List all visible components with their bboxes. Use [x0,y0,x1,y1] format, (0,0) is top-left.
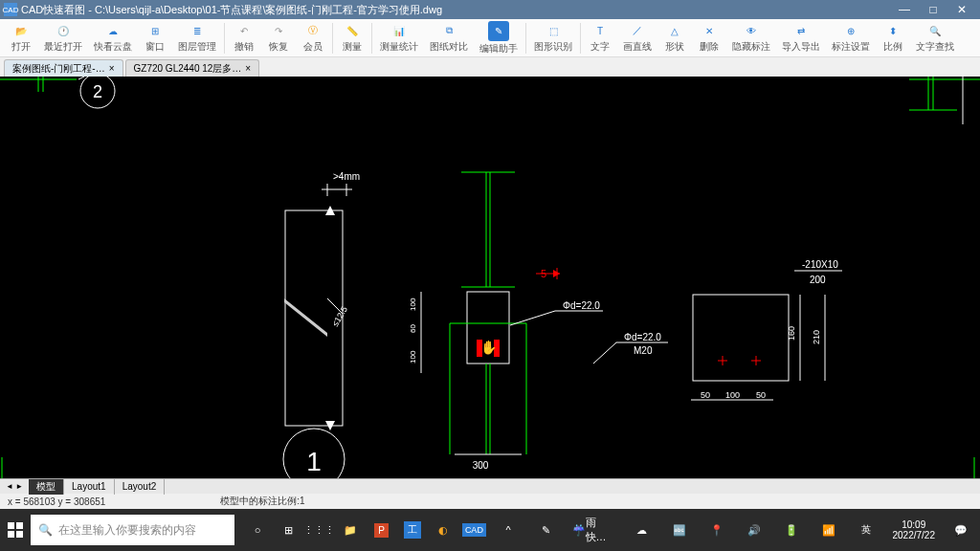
tool-label: 文字 [590,40,610,54]
close-button[interactable]: ✕ [947,0,976,19]
tool-delete[interactable]: ✕删除 [692,19,726,57]
app2-icon[interactable]: ◐ [428,509,458,551]
main-toolbar: 📂打开🕐最近打开☁快看云盘⊞窗口≣图层管理↶撤销↷恢复Ⓥ会员📏测量📊测量统计⧉图… [0,19,980,57]
tool-import[interactable]: ⇄导入导出 [776,19,826,57]
tab-close-icon[interactable]: × [109,63,115,74]
svg-line-48 [510,311,555,325]
tool-compare[interactable]: ⧉图纸对比 [424,19,474,57]
tool-cloud[interactable]: ☁快看云盘 [88,19,138,57]
document-tabs: 案例图纸-门刚工程-…×GZ720 GL2440 12层多… × [0,57,980,77]
document-tab[interactable]: 案例图纸-门刚工程-…× [4,59,123,77]
svg-text:300: 300 [473,460,489,471]
compare-icon: ⧉ [440,22,457,39]
ruler-icon: 📏 [344,22,361,39]
layout-tab-Layout1[interactable]: Layout1 [64,479,115,495]
app-icon: CAD [4,3,17,16]
svg-text:Φd=22.0: Φd=22.0 [563,300,600,311]
svg-rect-71 [8,522,14,529]
tool-label: 恢复 [269,40,288,54]
drawing-canvas[interactable]: 2 >4mm ≤12.5 1 [0,77,980,478]
svg-text:60: 60 [409,324,417,333]
tool-text[interactable]: T文字 [583,19,617,57]
tray-up-icon[interactable]: ^ [490,509,527,551]
wifi-icon[interactable]: 📶 [810,509,847,551]
weather-widget[interactable]: ☔ 雨快… [565,516,624,544]
lang-icon[interactable]: 英 [847,509,884,551]
clock-icon: 🕐 [55,22,72,39]
tool-label: 文字查找 [916,40,954,54]
svg-text:>4mm: >4mm [333,171,360,182]
tool-hide[interactable]: 👁隐藏标注 [726,19,776,57]
hide-icon: 👁 [743,22,760,39]
svg-marker-17 [284,298,327,337]
svg-text:Φd=22.0: Φd=22.0 [624,332,661,342]
cad-app-icon[interactable]: CAD [458,509,489,551]
ime-icon[interactable]: 🔤 [660,509,698,551]
tool-clock[interactable]: 🕐最近打开 [38,19,88,57]
shape-icon: △ [666,22,683,39]
layout-tab-Layout2[interactable]: Layout2 [115,479,166,495]
start-button[interactable] [0,509,31,551]
onedrive-icon[interactable]: ☁ [623,509,660,551]
window-controls: — □ ✕ [890,0,976,19]
tool-label: 图层管理 [178,40,216,54]
document-tab[interactable]: GZ720 GL2440 12层多… × [125,59,260,77]
tool-label: 图纸对比 [430,40,468,54]
tool-window[interactable]: ⊞窗口 [138,19,172,57]
annotation-scale: 模型中的标注比例:1 [220,495,304,508]
search-placeholder: 在这里输入你要搜索的内容 [58,522,196,539]
maximize-button[interactable]: □ [919,0,947,19]
pen-icon[interactable]: ✎ [527,509,565,551]
volume-icon[interactable]: 🔊 [735,509,772,551]
tool-redo[interactable]: ↷恢复 [261,19,296,57]
tool-vip[interactable]: Ⓥ会员 [296,19,330,57]
explorer-icon[interactable]: 📁 [335,509,366,551]
tool-layers[interactable]: ≣图层管理 [172,19,222,57]
tool-shape[interactable]: △形状 [657,19,692,57]
svg-text:100: 100 [409,298,417,311]
cortana-icon[interactable]: ○ [242,509,273,551]
tool-label: 最近打开 [44,40,82,54]
notification-icon[interactable]: 💬 [943,509,980,551]
task-view-icon[interactable]: ⊞ [273,509,303,551]
tool-undo[interactable]: ↶撤销 [227,19,261,57]
redo-icon: ↷ [270,22,287,39]
tool-scale[interactable]: ⬍比例 [876,19,910,57]
svg-text:100: 100 [725,390,740,400]
layout-tabs: ◄ ►模型Layout1Layout2 [0,478,980,494]
annotation-icon: ⊕ [842,22,859,39]
tool-folder-open[interactable]: 📂打开 [4,19,38,57]
svg-text:≤12.5: ≤12.5 [330,305,349,328]
tool-search-text[interactable]: 🔍文字查找 [910,19,960,57]
svg-text:2: 2 [93,82,102,101]
location-icon[interactable]: 📍 [698,509,735,551]
battery-icon[interactable]: 🔋 [772,509,810,551]
tool-stats[interactable]: 📊测量统计 [374,19,424,57]
app1-icon[interactable]: 工 [397,509,428,551]
tool-label: 导入导出 [782,40,820,54]
powerpoint-icon[interactable]: P [367,509,397,551]
tool-edit-assist[interactable]: ✎编辑助手 [474,19,523,57]
tool-line[interactable]: ／画直线 [617,19,657,57]
tool-label: 画直线 [623,40,652,54]
cloud-icon: ☁ [104,22,122,39]
line-icon: ／ [629,22,646,39]
tool-annotation[interactable]: ⊕标注设置 [826,19,876,57]
tool-recognize[interactable]: ⬚图形识别 [528,19,578,57]
recognize-icon: ⬚ [545,22,562,39]
minimize-button[interactable]: — [890,0,919,19]
text-icon: T [591,22,609,39]
tool-label: 撤销 [234,40,254,54]
tab-close-icon[interactable]: × [245,63,251,74]
clock[interactable]: 10:09 2022/7/22 [884,519,943,540]
taskbar-search[interactable]: 🔍 在这里输入你要搜索的内容 [31,515,234,545]
apps-icon[interactable]: ⋮⋮⋮ [303,509,335,551]
tool-label: 图形识别 [534,40,572,54]
tool-label: 快看云盘 [94,40,132,54]
svg-text:100: 100 [409,350,417,364]
svg-text:210: 210 [812,330,821,344]
layout-tab-模型[interactable]: 模型 [29,479,64,495]
tool-ruler[interactable]: 📏测量 [335,19,369,57]
tool-label: 打开 [11,40,31,54]
search-text-icon: 🔍 [926,22,944,39]
